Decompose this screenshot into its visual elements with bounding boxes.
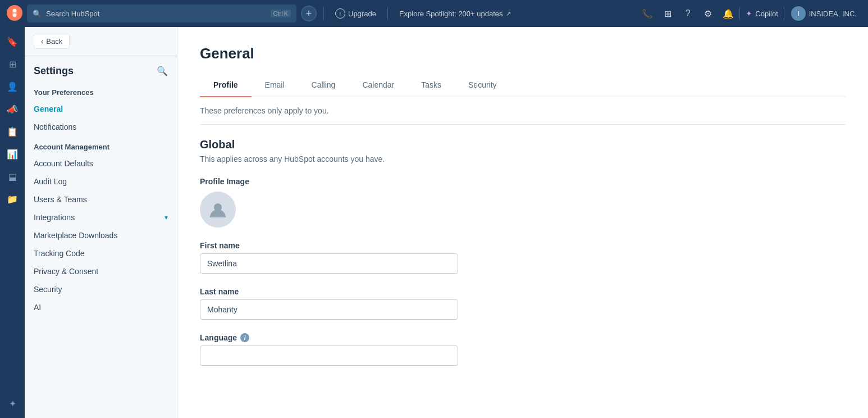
grid-icon[interactable]: ⊞ (659, 4, 677, 22)
tab-tasks[interactable]: Tasks (408, 74, 455, 97)
search-icon: 🔍 (33, 10, 42, 18)
sidebar-item-users-teams[interactable]: Users & Teams (25, 190, 177, 208)
spotlight-link[interactable]: Explore Spotlight: 200+ updates ↗ (395, 7, 515, 20)
nav-divider-1 (323, 7, 324, 20)
profile-avatar[interactable] (200, 192, 236, 228)
language-label: Language i (200, 333, 846, 342)
upgrade-button[interactable]: ↑ Upgrade (331, 6, 381, 21)
svg-point-1 (13, 9, 16, 12)
copilot-star-icon: ✦ (746, 9, 752, 18)
help-icon[interactable]: ? (679, 4, 697, 22)
sidebar-item-account-defaults[interactable]: Account Defaults (25, 155, 177, 172)
hubspot-logo[interactable] (7, 5, 22, 22)
first-name-label: First name (200, 241, 846, 250)
sidebar-header: Settings 🔍 (25, 56, 177, 81)
tab-security[interactable]: Security (455, 74, 510, 97)
settings-icon[interactable]: ⚙ (699, 4, 717, 22)
back-button[interactable]: ‹ Back (34, 34, 70, 49)
tab-calling[interactable]: Calling (298, 74, 349, 97)
sidebar-icon-reports[interactable]: 📊 (2, 144, 22, 164)
phone-icon[interactable]: 📞 (638, 4, 656, 22)
sidebar-item-general[interactable]: General (25, 100, 177, 118)
svg-point-2 (13, 13, 16, 17)
sidebar-item-tracking-code[interactable]: Tracking Code (25, 244, 177, 262)
sidebar-item-notifications[interactable]: Notifications (25, 118, 177, 136)
page-title: General (200, 45, 846, 62)
account-avatar: I (791, 6, 806, 21)
avatar-placeholder-icon (208, 199, 228, 220)
section-label-your-preferences: Your Preferences (25, 81, 177, 100)
left-icon-sidebar: 🔖 ⊞ 👤 📣 📋 📊 ⬓ 📁 ✦ (0, 27, 25, 418)
notifications-icon[interactable]: 🔔 (719, 4, 737, 22)
upgrade-icon: ↑ (335, 8, 345, 19)
settings-sidebar: ‹ Back Settings 🔍 Your Preferences Gener… (25, 27, 177, 418)
sidebar-title: Settings (34, 65, 74, 77)
add-button[interactable]: + (301, 6, 317, 21)
copilot-button[interactable]: ✦ Copilot (739, 7, 784, 20)
last-name-label: Last name (200, 287, 846, 296)
main-content: General Profile Email Calling Calendar T… (177, 27, 868, 418)
sidebar-icon-megaphone[interactable]: 📣 (2, 99, 22, 119)
sidebar-item-privacy-consent[interactable]: Privacy & Consent (25, 262, 177, 280)
sidebar-icon-folder[interactable]: 📁 (2, 189, 22, 209)
tab-description: These preferences only apply to you. (200, 97, 846, 125)
section-description: This applies across any HubSpot accounts… (200, 155, 846, 163)
language-info-icon[interactable]: i (240, 333, 249, 342)
sidebar-item-ai[interactable]: AI (25, 298, 177, 316)
last-name-input[interactable] (200, 299, 458, 320)
tab-calendar[interactable]: Calendar (349, 74, 408, 97)
first-name-input[interactable] (200, 253, 458, 274)
top-navigation: 🔍 Search HubSpot CtrlK + ↑ Upgrade Explo… (0, 0, 868, 27)
sidebar-icon-notes[interactable]: 📋 (2, 121, 22, 142)
sidebar-item-audit-log[interactable]: Audit Log (25, 172, 177, 190)
section-label-account-management: Account Management (25, 136, 177, 155)
search-bar[interactable]: 🔍 Search HubSpot CtrlK (27, 4, 296, 22)
sidebar-icon-contacts[interactable]: 👤 (2, 76, 22, 97)
chevron-down-icon: ▾ (165, 213, 168, 221)
external-link-icon: ↗ (506, 10, 511, 17)
sidebar-item-security[interactable]: Security (25, 280, 177, 298)
section-title: Global (200, 138, 846, 151)
nav-right-actions: 📞 ⊞ ? ⚙ 🔔 ✦ Copilot I INSIDEA, INC. (638, 4, 861, 23)
search-placeholder: Search HubSpot (46, 10, 266, 18)
account-menu[interactable]: I INSIDEA, INC. (787, 4, 861, 23)
tab-profile[interactable]: Profile (200, 74, 252, 97)
nav-divider-2 (387, 7, 388, 20)
tab-email[interactable]: Email (252, 74, 298, 97)
language-input[interactable] (200, 346, 458, 366)
sidebar-icon-home[interactable]: ⊞ (2, 54, 22, 74)
back-arrow-icon: ‹ (41, 37, 43, 46)
sidebar-icon-layers[interactable]: ⬓ (2, 166, 22, 187)
sidebar-search-icon[interactable]: 🔍 (157, 66, 168, 76)
tabs-bar: Profile Email Calling Calendar Tasks Sec… (200, 74, 846, 97)
sidebar-icon-bookmark[interactable]: 🔖 (2, 31, 22, 52)
profile-image-label: Profile Image (200, 177, 846, 186)
sidebar-icon-plus[interactable]: ✦ (2, 393, 22, 414)
sidebar-item-integrations[interactable]: Integrations ▾ (25, 208, 177, 226)
sidebar-item-marketplace-downloads[interactable]: Marketplace Downloads (25, 226, 177, 244)
search-shortcut: CtrlK (271, 10, 291, 17)
sidebar-back-section: ‹ Back (25, 27, 177, 56)
